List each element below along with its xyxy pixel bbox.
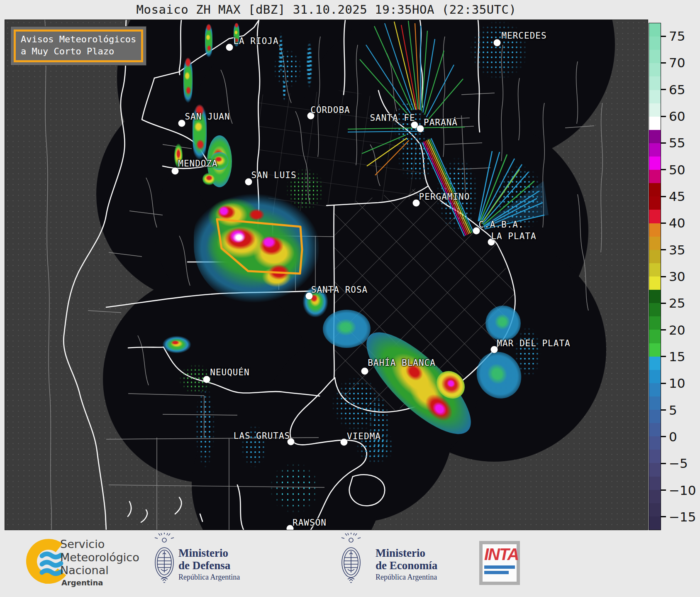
colorbar-tick [661,196,666,197]
city-dot-san-juan [178,120,185,127]
colorbar-tick-label: 5 [669,403,677,418]
inta-logo: INTA [479,541,520,585]
colorbar-tick [661,409,666,411]
colorbar-tick [661,383,666,384]
city-label-neuqu-n: NEUQUÉN [210,367,250,377]
colorbar-tick-label: 50 [669,162,685,177]
colorbar-tick-label: 55 [669,135,685,150]
city-dot-paran- [417,125,424,132]
colorbar-tick-label: 65 [669,82,685,97]
economia-coat-of-arms [339,533,363,589]
colorbar-tick [661,436,666,437]
map-overlay [5,20,648,530]
interference-ray [431,138,473,232]
colorbar-tick [661,223,666,224]
interference-ray [425,141,467,235]
defensa-subtitle: República Argentina [178,573,240,582]
colorbar-tick [661,276,666,277]
colorbar-tick-label: 15 [669,349,685,364]
colorbar-tick-label: −15 [669,509,696,524]
colorbar-tick-label: 35 [669,242,685,257]
city-label-mercedes: MERCEDES [501,31,546,41]
inta-stripe-2 [484,571,509,574]
colorbar-tick-label: 25 [669,296,685,311]
smn-wordmark: Servicio Meteorológico Nacional Argentin… [60,538,139,587]
interference-ray [348,131,424,132]
colorbar-tick-label: −10 [669,483,696,498]
colorbar-tick [661,303,666,304]
colorbar-tick-label: −5 [669,456,688,471]
city-label-c-rdoba: CÓRDOBA [310,105,350,115]
ministerio-economia: Ministerio de Economía República Argenti… [376,547,437,582]
warning-polygon [217,219,302,274]
city-label-santa-rosa: SANTA ROSA [311,285,368,295]
city-label-pergamino: PERGAMINO [419,192,470,202]
colorbar-tick-label: 0 [669,429,677,444]
colorbar-tick-label: 40 [669,215,685,230]
map-title: Mosaico ZH MAX [dBZ] 31.10.2025 19:35HOA… [5,2,648,17]
interference-ray [401,25,417,110]
colorbar-tick-label: 45 [669,189,685,204]
defensa-title-1: Ministerio [178,547,240,559]
city-dot-bah-a-blanca [361,368,368,375]
warning-line-1: Avisos Meteorológicos [21,34,136,46]
city-label-mar-del-plata: MAR DEL PLATA [497,338,570,348]
city-label-bah-a-blanca: BAHÍA BLANCA [368,358,436,368]
colorbar-tick [661,463,666,464]
colorbar-tick-label: 75 [669,29,685,44]
inta-stripe-1 [484,565,515,569]
smn-line-3: Nacional [60,564,139,577]
radar-map: LA RIOJAMERCEDESCÓRDOBASAN JUANSANTA FEP… [5,20,648,530]
colorbar-tick [661,516,666,517]
colorbar-tick [661,62,666,64]
city-dot-mercedes [494,39,501,46]
city-label-san-juan: SAN JUAN [185,112,230,122]
ministerio-defensa: Ministerio de Defensa República Argentin… [178,547,240,582]
warning-line-2: a Muy Corto Plazo [21,46,136,58]
interference-ray [394,22,416,110]
defensa-title-2: de Defensa [178,559,240,572]
colorbar-tick-label: 30 [669,269,685,284]
colorbar-tick [661,356,666,357]
footer: Servicio Meteorológico Nacional Argentin… [0,530,700,597]
interference-ray [367,138,407,166]
interference-ray [427,140,469,234]
interference-ray [429,139,472,233]
interference-ray [428,139,471,233]
inta-label: INTA [484,545,515,563]
warning-box: Avisos Meteorológicos a Muy Corto Plazo [11,27,146,65]
city-label-san-luis: SAN LUIS [251,170,296,180]
colorbar-tick [661,89,666,90]
interference-ray [424,142,466,235]
city-dot-viedma [341,439,348,446]
city-label-las-grutas: LAS GRUTAS [234,431,290,441]
defensa-coat-of-arms [152,533,177,589]
colorbar-tick-label: 60 [669,109,685,124]
economia-title-1: Ministerio [376,547,437,559]
city-label-la-rioja: LA RIOJA [233,36,278,46]
colorbar-tick [661,169,666,170]
smn-line-2: Meteorológico [60,551,139,564]
economia-title-2: de Economía [376,559,437,572]
city-dot-la-rioja [226,44,233,51]
colorbar-tick [661,489,666,491]
colorbar-tick-label: 10 [669,376,685,391]
smn-line-1: Servicio [60,538,139,551]
warning-box-text: Avisos Meteorológicos a Muy Corto Plazo [14,29,143,62]
economia-subtitle: República Argentina [376,573,437,582]
reflectivity-colorbar [649,23,661,530]
city-label-mendoza: MENDOZA [178,159,218,169]
colorbar-tick [661,329,666,330]
interference-ray [420,26,421,110]
city-dot-mendoza [172,168,179,175]
city-label-c-a-b-a-: C.A.B.A. [478,220,524,230]
colorbar-tick-label: 70 [669,55,685,70]
interference-ray [422,142,464,236]
city-dot-neuqu-n [203,376,210,383]
city-label-la-plata: LA PLATA [491,231,536,241]
city-label-paran-: PARANÁ [424,117,458,127]
colorbar-tick [661,36,666,37]
city-label-rawson: RAWSON [293,518,327,528]
colorbar-tick [661,116,666,117]
city-label-santa-fe: SANTA FE [370,113,415,123]
